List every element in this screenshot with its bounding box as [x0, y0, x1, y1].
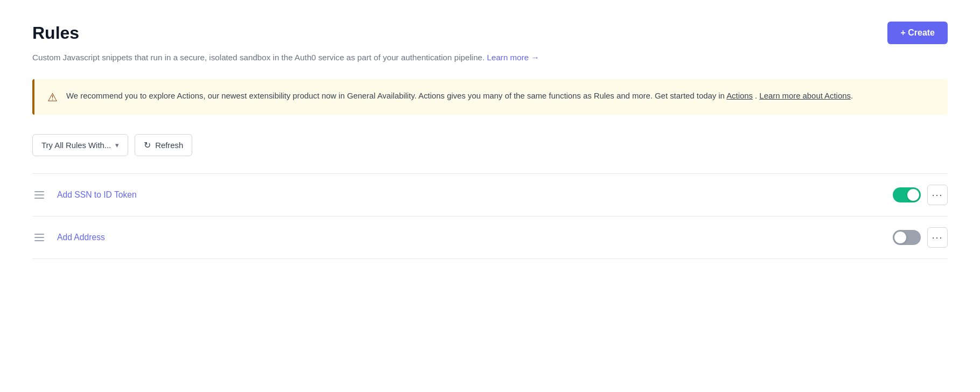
actions-link[interactable]: Actions [726, 92, 753, 100]
rule-name-link[interactable]: Add SSN to ID Token [57, 190, 893, 200]
chevron-down-icon: ▾ [115, 141, 119, 149]
drag-handle[interactable] [32, 232, 46, 243]
page-title: Rules [32, 23, 79, 43]
rule-toggle[interactable] [893, 230, 921, 245]
try-all-rules-button[interactable]: Try All Rules With... ▾ [32, 134, 128, 156]
alert-banner: ⚠ We recommend you to explore Actions, o… [32, 79, 948, 115]
refresh-button[interactable]: ↻ Refresh [135, 134, 192, 156]
more-options-button[interactable]: ··· [927, 227, 948, 248]
toolbar: Try All Rules With... ▾ ↻ Refresh [32, 134, 948, 156]
create-button[interactable]: + Create [887, 22, 948, 44]
try-all-label: Try All Rules With... [41, 141, 111, 150]
drag-handle[interactable] [32, 189, 46, 201]
page-subtitle: Custom Javascript snippets that run in a… [32, 53, 948, 62]
refresh-icon: ↻ [144, 140, 151, 150]
rule-name-link[interactable]: Add Address [57, 233, 893, 242]
refresh-label: Refresh [155, 141, 183, 150]
rule-actions: ··· [893, 185, 948, 205]
more-options-button[interactable]: ··· [927, 185, 948, 205]
rule-toggle[interactable] [893, 187, 921, 202]
warning-icon: ⚠ [47, 91, 58, 104]
alert-text: We recommend you to explore Actions, our… [66, 90, 853, 103]
learn-more-link[interactable]: Learn more → [487, 53, 539, 62]
rules-list: Add SSN to ID Token···Add Address··· [32, 173, 948, 259]
learn-more-actions-link[interactable]: Learn more about Actions [759, 92, 851, 100]
table-row: Add SSN to ID Token··· [32, 174, 948, 216]
table-row: Add Address··· [32, 216, 948, 259]
rule-actions: ··· [893, 227, 948, 248]
